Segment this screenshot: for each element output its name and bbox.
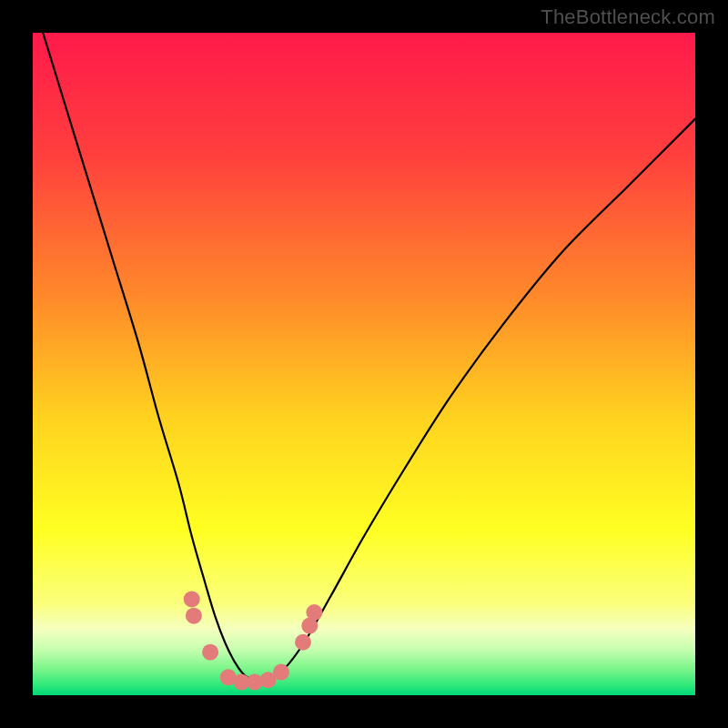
- highlight-dot: [186, 608, 202, 624]
- bottleneck-curve: [33, 33, 695, 682]
- highlight-dot: [184, 591, 200, 607]
- chart-frame: TheBottleneck.com: [0, 0, 728, 728]
- highlight-dot: [273, 664, 289, 681]
- highlight-dot: [295, 634, 311, 651]
- curve-layer: [33, 33, 695, 695]
- highlight-dots: [184, 591, 323, 690]
- plot-area: [33, 33, 695, 695]
- watermark-text: TheBottleneck.com: [541, 5, 715, 29]
- highlight-dot: [202, 644, 218, 661]
- highlight-dot: [306, 604, 322, 621]
